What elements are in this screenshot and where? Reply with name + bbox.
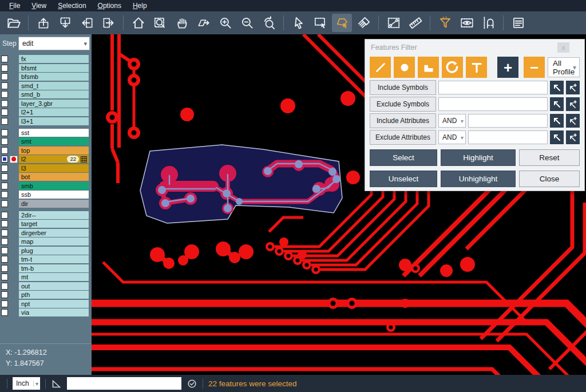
select-rectangle-button[interactable] — [310, 14, 330, 32]
home-view-button[interactable] — [128, 14, 148, 32]
step-select[interactable]: edit ▾ — [18, 37, 90, 50]
filter-remove-button[interactable]: − — [524, 57, 545, 78]
layer-checkbox[interactable] — [1, 129, 8, 136]
layer-label[interactable]: target — [19, 220, 89, 228]
layer-checkbox[interactable] — [1, 65, 8, 72]
layer-checkbox[interactable] — [1, 73, 8, 80]
include-attributes-input[interactable] — [468, 114, 548, 128]
layer-row-map[interactable]: map — [0, 237, 92, 246]
angle-mode-icon[interactable] — [51, 378, 62, 389]
command-input[interactable] — [67, 377, 181, 390]
layer-label[interactable]: l3+1 — [19, 117, 89, 125]
include-symbols-pick-button[interactable] — [550, 81, 564, 94]
layer-row-smd_b[interactable]: smd_b — [0, 90, 92, 98]
exclude-attributes-button[interactable]: Exclude Attributes — [370, 130, 436, 145]
layer-label[interactable]: pth — [19, 291, 89, 299]
clean-brush-button[interactable] — [354, 14, 374, 32]
menu-selection[interactable]: Selection — [52, 1, 92, 11]
layer-checkbox[interactable] — [1, 283, 8, 290]
layer-row-pth[interactable]: pth — [0, 291, 92, 299]
zoom-in-button[interactable] — [215, 14, 235, 32]
layer-checkbox[interactable] — [1, 220, 8, 227]
exclude-attributes-pick-add-button[interactable] — [566, 130, 580, 144]
log-panel-button[interactable] — [508, 14, 528, 32]
layer-row-mt[interactable]: mt — [0, 273, 92, 281]
menu-file[interactable]: File — [3, 1, 26, 11]
select-polygon-button[interactable] — [332, 14, 352, 32]
pan-down-button[interactable] — [55, 14, 75, 32]
layer-checkbox[interactable] — [1, 156, 8, 163]
filter-add-button[interactable]: + — [497, 57, 518, 78]
include-attributes-and-select[interactable]: AND ▾ — [438, 114, 466, 128]
layer-label[interactable]: fx — [19, 55, 89, 63]
layer-row-bfsmb[interactable]: bfsmb — [0, 73, 92, 81]
layer-row-l2[interactable]: l222 — [0, 155, 92, 163]
layer-row-fx[interactable]: fx — [0, 55, 92, 63]
layer-label[interactable]: map — [19, 237, 89, 246]
exclude-symbols-pick-add-button[interactable] — [566, 97, 580, 111]
layer-checkbox[interactable] — [1, 256, 8, 263]
view-options-button[interactable] — [457, 14, 477, 32]
pan-left-button[interactable] — [77, 14, 97, 32]
layer-label[interactable]: dirgerber — [19, 229, 89, 237]
snap-button[interactable] — [478, 14, 498, 32]
layer-checkbox[interactable] — [1, 300, 8, 307]
layer-checkbox[interactable] — [1, 82, 8, 89]
include-symbols-input[interactable] — [438, 81, 548, 94]
layer-checkbox[interactable] — [1, 173, 8, 180]
layer-checkbox[interactable] — [1, 118, 8, 125]
layer-checkbox[interactable] — [1, 291, 8, 298]
close-button[interactable]: Close — [519, 171, 580, 187]
menu-view[interactable]: View — [26, 1, 52, 11]
include-symbols-button[interactable]: Include Symbols — [370, 80, 436, 95]
exclude-attributes-and-select[interactable]: AND ▾ — [438, 130, 466, 144]
layer-checkbox[interactable] — [1, 200, 8, 207]
dialog-close-button[interactable]: x — [557, 42, 569, 53]
zoom-selection-button[interactable] — [193, 14, 213, 32]
layer-label[interactable]: l3 — [19, 164, 89, 172]
filter-arc-button[interactable] — [442, 57, 463, 78]
layer-checkbox[interactable] — [1, 147, 8, 154]
layer-row-smt[interactable]: smt — [0, 137, 92, 145]
layer-row-top[interactable]: top — [0, 146, 92, 155]
layer-checkbox[interactable] — [1, 265, 8, 272]
menu-options[interactable]: Options — [92, 1, 127, 11]
layer-row-l3+1[interactable]: l3+1 — [0, 117, 92, 125]
layer-row-ssb[interactable]: ssb — [0, 191, 92, 199]
layer-label[interactable]: top — [19, 146, 89, 155]
layer-row-l3[interactable]: l3 — [0, 164, 92, 172]
layer-label[interactable]: npt — [19, 300, 89, 308]
exclude-symbols-button[interactable]: Exclude Symbols — [370, 97, 436, 112]
layer-label[interactable]: tm-b — [19, 264, 89, 272]
layer-label[interactable]: l222 — [19, 155, 89, 163]
layer-checkbox[interactable] — [1, 274, 8, 280]
refresh-status-icon[interactable] — [187, 378, 197, 389]
layer-row-dirgerber[interactable]: dirgerber — [0, 229, 92, 237]
layer-label[interactable]: l2+1 — [19, 108, 89, 116]
exclude-symbols-input[interactable] — [438, 97, 548, 111]
layer-label[interactable]: out — [19, 282, 89, 290]
layer-row-dir[interactable]: dir — [0, 200, 92, 208]
layer-checkbox[interactable] — [1, 56, 8, 62]
layer-row-tm-t[interactable]: tm-t — [0, 255, 92, 263]
select-button[interactable]: Select — [370, 149, 437, 166]
layer-row-bot[interactable]: bot — [0, 173, 92, 181]
exclude-attributes-input[interactable] — [468, 130, 548, 144]
measure-distance-button[interactable] — [383, 14, 403, 32]
profile-select[interactable]: All Profile ▾ — [548, 57, 580, 77]
layer-checkbox[interactable] — [1, 191, 8, 198]
layer-label[interactable]: bot — [19, 173, 89, 181]
filter-pad-button[interactable] — [394, 57, 415, 78]
units-select[interactable]: Inch ▾ — [13, 377, 40, 390]
grid-icon[interactable] — [81, 156, 87, 163]
layer-row-plug[interactable]: plug — [0, 247, 92, 255]
layer-checkbox[interactable] — [1, 238, 8, 245]
filter-line-button[interactable] — [370, 57, 391, 78]
layer-row-l2+1[interactable]: l2+1 — [0, 108, 92, 116]
layer-row-layer_3.gbr[interactable]: layer_3.gbr — [0, 100, 92, 108]
layer-label[interactable]: bfsmt — [19, 64, 89, 72]
layer-label[interactable]: via — [19, 308, 89, 316]
layer-checkbox[interactable] — [1, 247, 8, 254]
pan-up-button[interactable] — [33, 14, 53, 32]
layer-checkbox[interactable] — [1, 309, 8, 316]
